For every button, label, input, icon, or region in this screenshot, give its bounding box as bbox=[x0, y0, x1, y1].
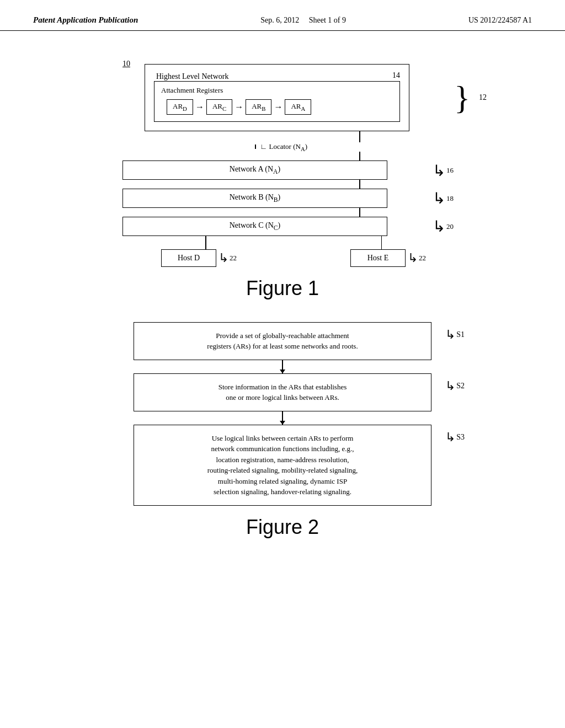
arrow-s2-s3 bbox=[282, 411, 283, 425]
ref-20: 20 bbox=[446, 222, 454, 231]
step-s2: Store information in the ARs that establ… bbox=[134, 373, 431, 411]
v-line-locator-top bbox=[255, 144, 256, 149]
v-line-host-d bbox=[205, 236, 206, 249]
arrow-b-a: → bbox=[274, 102, 282, 112]
publication-label: Patent Application Publication bbox=[33, 15, 138, 25]
flowchart: Provide a set of globally-reachable atta… bbox=[134, 322, 431, 506]
ref-12-area: } bbox=[454, 64, 470, 131]
arrow-c-b: → bbox=[234, 102, 243, 112]
ref-12: 12 bbox=[479, 93, 487, 102]
figure1-container: 10 Highest Level Network 14 Attachment R… bbox=[33, 58, 532, 300]
host-e-group: Host E ↳ 22 bbox=[350, 249, 426, 267]
ref-18-area: ↳ 18 bbox=[433, 189, 454, 207]
ref-s3: S3 bbox=[456, 433, 465, 442]
ref-20-area: ↳ 20 bbox=[433, 217, 454, 235]
figure2-label: Figure 2 bbox=[246, 516, 319, 539]
network-c-row: Network C (NC) ↳ 20 bbox=[122, 217, 465, 236]
outer-box-12: Highest Level Network 14 Attachment Regi… bbox=[145, 64, 409, 131]
step-s1-wrapper: Provide a set of globally-reachable atta… bbox=[134, 322, 431, 360]
page-content: 10 Highest Level Network 14 Attachment R… bbox=[0, 31, 565, 561]
host-connectors bbox=[161, 236, 426, 249]
network-a-row: Network A (NA) ↳ 16 bbox=[122, 160, 465, 180]
ref-22a: 22 bbox=[230, 254, 237, 263]
arrow-d-c: → bbox=[195, 102, 204, 112]
v-line-4 bbox=[359, 208, 360, 217]
ref-22b: 22 bbox=[419, 254, 426, 263]
ar-b-box: ARB bbox=[246, 99, 271, 115]
bracket-12: } bbox=[454, 81, 470, 114]
ar-a-box: ARA bbox=[285, 99, 311, 115]
ref-s1: S1 bbox=[456, 330, 465, 339]
arrow-s1-s2 bbox=[282, 360, 283, 373]
highest-level-label: Highest Level Network bbox=[156, 72, 228, 81]
date-sheet: Sep. 6, 2012 Sheet 1 of 9 bbox=[260, 16, 346, 25]
v-line-3 bbox=[359, 180, 360, 189]
page-header: Patent Application Publication Sep. 6, 2… bbox=[0, 0, 565, 31]
ref-14: 14 bbox=[392, 71, 400, 80]
step-s2-wrapper: Store information in the ARs that establ… bbox=[134, 373, 431, 411]
host-e-box: Host E bbox=[350, 249, 406, 267]
attachment-box: Attachment Registers ARD → ARC → ARB bbox=[154, 81, 400, 122]
network-c-box: Network C (NC) bbox=[122, 217, 387, 236]
ref-22b-area: ↳ 22 bbox=[408, 251, 426, 265]
ref-s1-area: ↳ S1 bbox=[445, 328, 465, 342]
ar-row: ARD → ARC → ARB → ARA bbox=[167, 99, 393, 115]
attachment-label: Attachment Registers bbox=[161, 86, 393, 95]
ref-22a-area: ↳ 22 bbox=[218, 251, 237, 265]
locator-label: ∟ Locator (NA) bbox=[260, 142, 308, 152]
ref-18: 18 bbox=[446, 194, 454, 202]
network-b-box: Network B (NB) bbox=[122, 189, 387, 208]
host-d-group: Host D ↳ 22 bbox=[161, 249, 237, 267]
v-line-host-e bbox=[381, 236, 382, 249]
ref-s2-area: ↳ S2 bbox=[445, 379, 465, 393]
v-line-2 bbox=[359, 152, 360, 160]
step-s3-wrapper: Use logical links between certain ARs to… bbox=[134, 425, 431, 506]
locator-row: ∟ Locator (NA) bbox=[122, 142, 465, 152]
ref-16: 16 bbox=[446, 166, 454, 175]
figure2-container: Provide a set of globally-reachable atta… bbox=[33, 322, 532, 539]
v-line-1 bbox=[359, 131, 360, 142]
figure1-label: Figure 1 bbox=[246, 277, 319, 300]
ar-c-box: ARC bbox=[206, 99, 232, 115]
network-b-row: Network B (NB) ↳ 18 bbox=[122, 189, 465, 208]
step-s1: Provide a set of globally-reachable atta… bbox=[134, 322, 431, 360]
patent-number: US 2012/224587 A1 bbox=[468, 16, 532, 25]
ar-d-box: ARD bbox=[167, 99, 193, 115]
ref-16-area: ↳ 16 bbox=[433, 161, 454, 179]
step-s3: Use logical links between certain ARs to… bbox=[134, 425, 431, 506]
host-d-box: Host D bbox=[161, 249, 216, 267]
network-a-box: Network A (NA) bbox=[122, 160, 387, 180]
host-row: Host D ↳ 22 Host E ↳ 22 bbox=[161, 249, 426, 267]
ref-s3-area: ↳ S3 bbox=[445, 430, 465, 445]
ref-s2: S2 bbox=[456, 382, 465, 390]
